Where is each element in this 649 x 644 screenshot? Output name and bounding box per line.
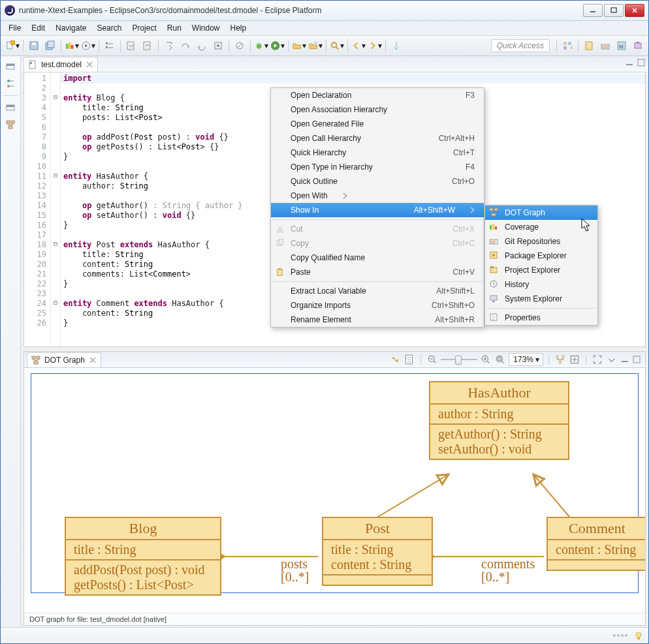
new-button[interactable]: ▾ [5,38,20,54]
tip-icon[interactable] [634,631,643,640]
export-button[interactable] [569,354,580,365]
dot-canvas[interactable]: HasAuthor author : String getAuthor() : … [24,368,645,613]
ctx-quick-hierarchy[interactable]: Quick HierarchyCtrl+T [271,146,484,160]
menu-project[interactable]: Project [127,22,161,34]
zoom-combo[interactable]: 173%▾ [509,353,543,366]
maximize-button[interactable] [604,4,624,17]
layout-button[interactable] [554,354,566,365]
ctx-quick-outline[interactable]: Quick OutlineCtrl+O [271,174,484,189]
coverage-button[interactable]: ▾ [64,38,80,54]
minimize-editor-icon[interactable] [625,58,634,67]
close-button[interactable] [625,4,644,17]
outline-view-icon[interactable] [4,77,17,90]
svg-rect-62 [279,239,283,245]
zoom-slider[interactable] [441,356,477,363]
showin-git-repositories[interactable]: GITGit Repositories [485,234,597,249]
ctx-open-association-hierarchy[interactable]: Open Association Hierarchy [271,102,484,117]
svg-rect-82 [637,637,640,639]
toggle-breadcrumb-button[interactable] [102,38,118,54]
svg-rect-6 [48,41,54,48]
showin-package-explorer[interactable]: Package Explorer [485,249,597,263]
minimize-view-icon[interactable] [620,355,629,364]
menu-search[interactable]: Search [91,22,127,34]
zoom-in-button[interactable] [480,354,492,365]
ctx-paste[interactable]: PasteCtrl+V [271,265,484,279]
modeling-perspective-button[interactable]: M [614,38,629,54]
restore-view-button[interactable] [4,60,17,73]
editor-tab-test-dmodel[interactable]: test.dmodel [24,57,98,72]
pin-button[interactable] [388,38,404,54]
search-button[interactable]: ▾ [329,38,345,54]
dot-tab-label: DOT Graph [44,356,85,365]
window-title: runtime-Xtext-Examples - EclipseCon3/src… [19,6,582,15]
ctx-open-generated-file[interactable]: Open Generated File [271,117,484,131]
drop-to-frame-button[interactable] [210,38,226,54]
uml-blog[interactable]: Blog title : String addPost(Post post) :… [65,517,221,596]
editor-context-menu[interactable]: Open DeclarationF3Open Association Hiera… [270,87,484,328]
view-menu-button[interactable] [606,354,618,365]
link-with-editor-button[interactable] [389,354,401,365]
showin-system-explorer[interactable]: System Explorer [485,292,597,306]
save-all-button[interactable] [42,38,58,54]
quick-access-input[interactable]: Quick Access [491,39,550,52]
svg-rect-78 [490,296,497,300]
ctx-open-declaration[interactable]: Open DeclarationF3 [271,88,484,102]
menu-window[interactable]: Window [187,22,225,34]
step-over-button[interactable] [178,38,193,54]
close-tab-icon[interactable] [89,356,97,364]
refresh-button[interactable] [404,354,415,365]
showin-properties[interactable]: Properties [485,311,597,325]
step-into-button[interactable] [161,38,177,54]
next-annotation-button[interactable] [123,38,139,54]
menu-edit[interactable]: Edit [26,22,50,34]
svg-rect-68 [490,225,492,230]
resource-perspective-button[interactable] [581,38,597,54]
uml-comment[interactable]: Comment content : String [546,517,645,571]
git-perspective-button[interactable]: GIT [597,38,613,54]
menu-run[interactable]: Run [162,22,187,34]
run-coverage-button[interactable]: ▾ [80,38,96,54]
close-tab-icon[interactable] [86,61,93,69]
open-folder-button[interactable]: ▾ [291,38,307,54]
open-perspective-button[interactable]: + [560,38,575,54]
svg-rect-55 [562,355,565,358]
zoom-fit-button[interactable] [494,354,506,365]
graph-view-icon[interactable] [4,118,17,131]
uml-title: Comment [548,518,645,539]
showin-history[interactable]: History [485,277,597,292]
maximize-editor-icon[interactable] [637,58,646,67]
svg-rect-47 [37,356,40,359]
prev-annotation-button[interactable] [140,38,155,54]
menu-file[interactable]: File [3,22,26,34]
maximize-view-icon[interactable] [632,355,641,364]
svg-rect-12 [106,42,108,44]
plugin-perspective-button[interactable] [630,38,646,54]
ctx-open-type-in-hierarchy[interactable]: Open Type in HierarchyF4 [271,160,484,174]
zoom-out-button[interactable] [426,354,438,365]
ctx-open-call-hierarchy[interactable]: Open Call HierarchyCtrl+Alt+H [271,131,484,146]
showin-project-explorer[interactable]: Project Explorer [485,263,597,277]
ctx-show-in[interactable]: Show InAlt+Shift+W [271,203,484,217]
fit-window-button[interactable] [592,354,603,365]
run-button[interactable]: ▾ [270,38,285,54]
ctx-copy-qualified-name[interactable]: Copy Qualified Name [271,251,484,265]
ctx-organize-imports[interactable]: Organize ImportsCtrl+Shift+O [271,298,484,313]
menu-navigate[interactable]: Navigate [50,22,91,34]
minimize-button[interactable] [583,4,603,17]
menu-help[interactable]: Help [225,22,252,34]
debug-button[interactable]: ▾ [253,38,269,54]
uml-hasauthor[interactable]: HasAuthor author : String getAuthor() : … [429,381,569,460]
save-button[interactable] [26,38,42,54]
ctx-open-with[interactable]: Open With [271,189,484,203]
ctx-rename-element[interactable]: Rename ElementAlt+Shift+R [271,313,484,327]
restore-view-button-2[interactable] [4,101,17,114]
dot-graph-tab[interactable]: DOT Graph [27,352,101,367]
open-type-button[interactable]: ▾ [308,38,323,54]
fold-gutter[interactable]: ⊟⊟⊟⊟ [51,72,61,346]
uml-post[interactable]: Post title : String content : String [322,517,433,586]
skip-breakpoints-button[interactable] [232,38,247,54]
forward-button[interactable]: ▾ [367,38,383,54]
step-return-button[interactable] [194,38,210,54]
ctx-extract-local-variable[interactable]: Extract Local VariableAlt+Shift+L [271,284,484,298]
back-button[interactable]: ▾ [351,38,366,54]
